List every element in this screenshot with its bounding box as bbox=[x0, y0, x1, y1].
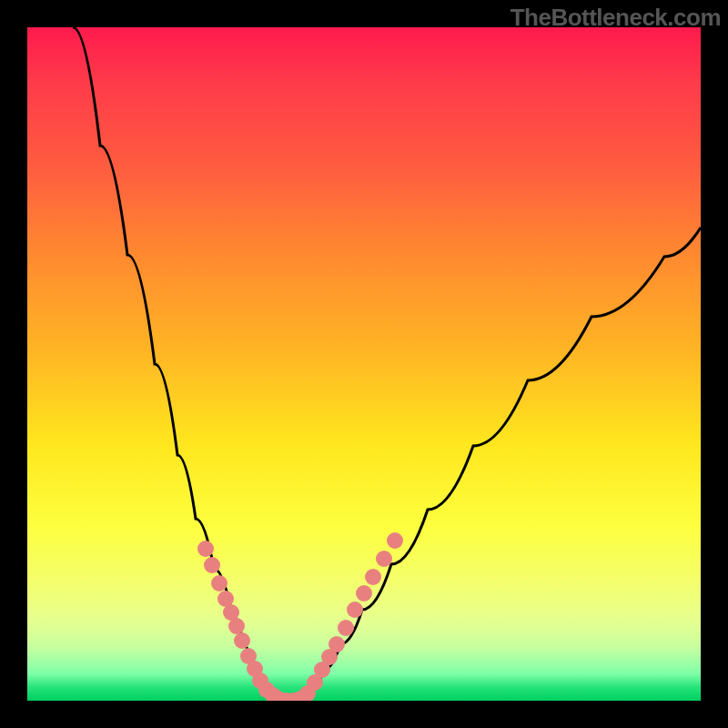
plot-area bbox=[27, 27, 701, 701]
marker-dot bbox=[204, 557, 220, 573]
marker-dot bbox=[356, 585, 372, 602]
marker-dot bbox=[228, 618, 245, 634]
curve-paths bbox=[73, 27, 701, 701]
watermark-text: TheBottleneck.com bbox=[511, 4, 721, 32]
marker-dot bbox=[376, 551, 392, 567]
marker-dot bbox=[197, 541, 214, 557]
marker-dot bbox=[211, 575, 228, 592]
marker-dot bbox=[329, 636, 345, 652]
marker-dot bbox=[338, 620, 354, 636]
marker-dot bbox=[234, 632, 250, 649]
curve-right-branch bbox=[300, 228, 701, 701]
chart-frame: TheBottleneck.com bbox=[0, 0, 728, 728]
curve-layer bbox=[27, 27, 701, 701]
marker-dot bbox=[347, 602, 363, 618]
marker-dot bbox=[387, 532, 403, 549]
marker-dots bbox=[197, 532, 403, 701]
marker-dot bbox=[365, 569, 381, 585]
curve-left-branch bbox=[73, 27, 278, 701]
